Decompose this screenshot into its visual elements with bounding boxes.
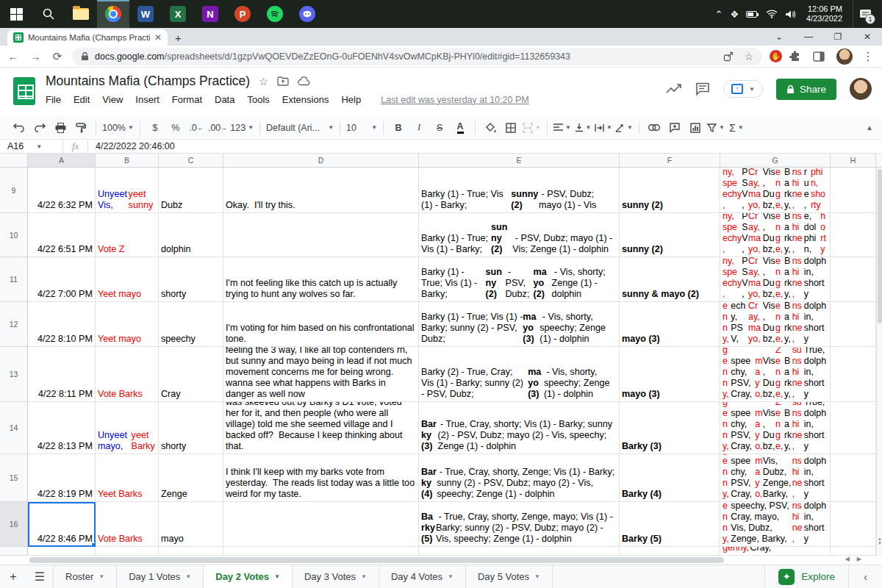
cell-timestamp[interactable]: 4/22 8:13 PM	[28, 402, 96, 454]
borders-icon[interactable]	[502, 119, 520, 137]
cell-comment[interactable]	[223, 502, 419, 547]
cell-action[interactable]: Yeet mayo	[96, 257, 159, 302]
text-wrap-icon[interactable]: ▼	[595, 119, 612, 137]
cell-tally[interactable]: Barky (1) - True; Vis (1) - Barky; sunny…	[419, 257, 620, 302]
menu-file[interactable]: File	[46, 94, 61, 105]
sheet-tab-caret-icon[interactable]: ▼	[274, 573, 280, 580]
cell-voter[interactable]: dolphin	[159, 213, 223, 257]
cell-comment[interactable]	[223, 213, 419, 257]
reload-icon[interactable]: ⟳	[50, 50, 65, 63]
chevron-up-icon[interactable]: ⌃	[715, 9, 723, 20]
cell-tally[interactable]: Barky (1) - True; Vis (1) - Barky; sunny…	[419, 168, 620, 213]
cell-empty[interactable]	[831, 502, 876, 547]
cell-timestamp[interactable]: 4/22 7:00 PM	[28, 257, 96, 302]
scroll-right-icon[interactable]: ▶	[857, 556, 869, 562]
insert-link-icon[interactable]	[645, 119, 663, 137]
undo-icon[interactable]	[10, 119, 28, 137]
cell-action[interactable]: Vote Barks	[96, 502, 159, 547]
powerpoint-button[interactable]: P	[226, 0, 259, 28]
cloud-status-icon[interactable]	[298, 76, 311, 86]
sheet-tab-day-3-votes[interactable]: Day 3 Votes▼	[293, 565, 379, 588]
cell-players[interactable]: genny, speechy, PSV, Cray, mayo, Vis, Du…	[720, 168, 831, 213]
horizontal-scrollbar[interactable]: ◀▶	[0, 556, 882, 564]
insert-comment-icon[interactable]	[666, 119, 684, 137]
cell-comment[interactable]: feeling the 3 way, I like all top conten…	[223, 347, 419, 402]
cell-action[interactable]	[96, 547, 159, 556]
bookmark-star-icon[interactable]: ☆	[744, 51, 753, 62]
share-page-icon[interactable]	[723, 51, 734, 62]
cell-leader[interactable]: Barky (5)	[620, 502, 720, 547]
sheet-tab-day-1-votes[interactable]: Day 1 Votes▼	[117, 565, 204, 588]
comment-history-icon[interactable]	[695, 82, 710, 96]
menu-help[interactable]: Help	[341, 94, 361, 105]
cell-players[interactable]: genny, speechy, PSV, Cray, mayo, Vis, Du…	[720, 302, 831, 347]
start-button[interactable]	[0, 0, 32, 28]
cell-timestamp[interactable]: 4/22 8:46 PM	[28, 502, 96, 547]
cell-action[interactable]: Unyeet Vis, yeet sunny	[96, 168, 159, 213]
increase-decimal-button[interactable]: .00→	[208, 119, 227, 137]
forward-icon[interactable]: →	[28, 50, 43, 62]
more-formats-button[interactable]: 123▼	[230, 119, 254, 137]
cell-empty[interactable]	[831, 257, 876, 302]
cell-action[interactable]: Yeet Barks	[96, 454, 159, 502]
cell-leader[interactable]: sunny (2)	[620, 213, 720, 257]
sheet-tab-caret-icon[interactable]: ▼	[361, 573, 367, 580]
cell-tally[interactable]: Barky (1) - True; Vis (1) - Barky; sunny…	[419, 302, 620, 347]
cell-empty[interactable]	[831, 168, 876, 213]
collapse-toolbar-icon[interactable]: ▲	[866, 123, 873, 132]
cell-timestamp[interactable]: 4/22 6:32 PM	[28, 168, 96, 213]
share-button[interactable]: Share	[776, 79, 836, 100]
sheet-tab-caret-icon[interactable]: ▼	[448, 573, 453, 580]
spotify-button[interactable]	[259, 0, 291, 28]
paint-format-icon[interactable]	[72, 119, 90, 137]
battery-icon[interactable]	[746, 10, 759, 18]
cell-voter[interactable]: Dubz	[159, 168, 223, 213]
cell-players[interactable]: genny, speechy, PSV, Cray, mayo, Vis, Du…	[720, 257, 831, 302]
column-header-b[interactable]: B	[96, 154, 159, 167]
cell-leader[interactable]: mayo (3)	[620, 347, 720, 402]
cell-action[interactable]: Vote Barks	[96, 347, 159, 402]
excel-button[interactable]: X	[162, 0, 194, 28]
browser-tab[interactable]: Mountains Mafia (Champs Practic ✕	[7, 29, 168, 46]
sheet-tab-caret-icon[interactable]: ▼	[185, 573, 191, 580]
menu-extensions[interactable]: Extensions	[282, 94, 329, 105]
cell-tally[interactable]: Barky (5) - True, Cray, shorty, Zenge, m…	[419, 502, 620, 547]
cell-leader[interactable]: sunny & mayo (2)	[620, 257, 720, 302]
cell-timestamp[interactable]: 4/22 6:51 PM	[28, 213, 96, 257]
kebab-menu-icon[interactable]: ⋮	[860, 49, 876, 63]
all-sheets-icon[interactable]: ☰	[26, 565, 53, 588]
new-tab-button[interactable]: +	[175, 32, 182, 46]
sheet-tab-caret-icon[interactable]: ▼	[534, 573, 540, 580]
account-avatar[interactable]	[850, 78, 872, 100]
decrease-decimal-button[interactable]: .0←	[187, 119, 205, 137]
print-icon[interactable]	[51, 119, 69, 137]
column-header-h[interactable]: H	[831, 154, 876, 167]
cell-empty[interactable]	[831, 454, 876, 502]
format-percent-button[interactable]: %	[167, 119, 184, 137]
cell-action[interactable]: Unyeet mayo, yeet Barky	[96, 402, 159, 454]
horizontal-align-icon[interactable]: ▼	[553, 119, 571, 137]
present-button[interactable]: ↑▼	[723, 80, 763, 98]
cell-players[interactable]: genny, speechy, PSV, Cray, mayo, Vis, Du…	[720, 402, 831, 454]
sheets-logo-icon[interactable]	[13, 75, 38, 107]
sheet-tab-day-2-votes[interactable]: Day 2 Votes▼	[204, 565, 293, 588]
functions-button[interactable]: Σ▼	[728, 119, 745, 137]
onenote-button[interactable]: N	[194, 0, 226, 28]
document-title[interactable]: Mountains Mafia (Champs Practice)	[46, 74, 250, 89]
cell-leader[interactable]: Barky (4)	[620, 454, 720, 502]
restore-button[interactable]: ❐	[823, 28, 853, 46]
sheet-tab-caret-icon[interactable]: ▼	[98, 573, 104, 580]
word-button[interactable]: W	[129, 0, 162, 28]
cell-voter[interactable]: Cray	[159, 347, 223, 402]
cell-action[interactable]: Vote Z	[96, 213, 159, 257]
wifi-icon[interactable]	[766, 10, 778, 18]
minimize-button[interactable]: —	[794, 28, 823, 46]
cell-leader[interactable]	[620, 547, 720, 556]
column-header-e[interactable]: E	[419, 154, 620, 167]
cell-voter[interactable]: mayo	[159, 502, 223, 547]
row-header[interactable]: 10	[0, 213, 28, 257]
move-folder-icon[interactable]	[277, 76, 289, 86]
cell-empty[interactable]	[831, 402, 876, 454]
merge-cells-icon[interactable]: ▼	[523, 119, 541, 137]
star-icon[interactable]: ☆	[259, 76, 268, 87]
